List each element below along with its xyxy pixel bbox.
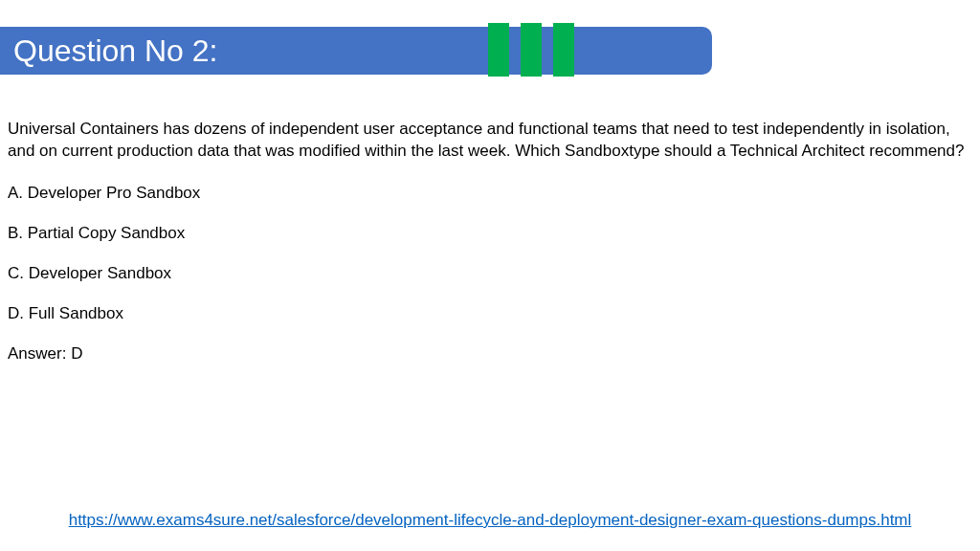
source-link[interactable]: https://www.exams4sure.net/salesforce/de…	[69, 511, 912, 530]
option-b: B. Partial Copy Sandbox	[8, 224, 972, 243]
option-c: C. Developer Sandbox	[8, 264, 972, 283]
stripe-icon	[488, 23, 509, 77]
stripe-icon	[553, 23, 574, 77]
content-area: Universal Containers has dozens of indep…	[0, 75, 980, 364]
stripe-icon	[521, 23, 542, 77]
question-text: Universal Containers has dozens of indep…	[8, 119, 972, 163]
option-a: A. Developer Pro Sandbox	[8, 184, 972, 203]
answer-text: Answer: D	[8, 344, 972, 364]
header-bar: Question No 2:	[0, 27, 712, 75]
decorative-stripes	[488, 23, 574, 77]
option-d: D. Full Sandbox	[8, 304, 972, 323]
question-number-title: Question No 2:	[0, 33, 217, 69]
